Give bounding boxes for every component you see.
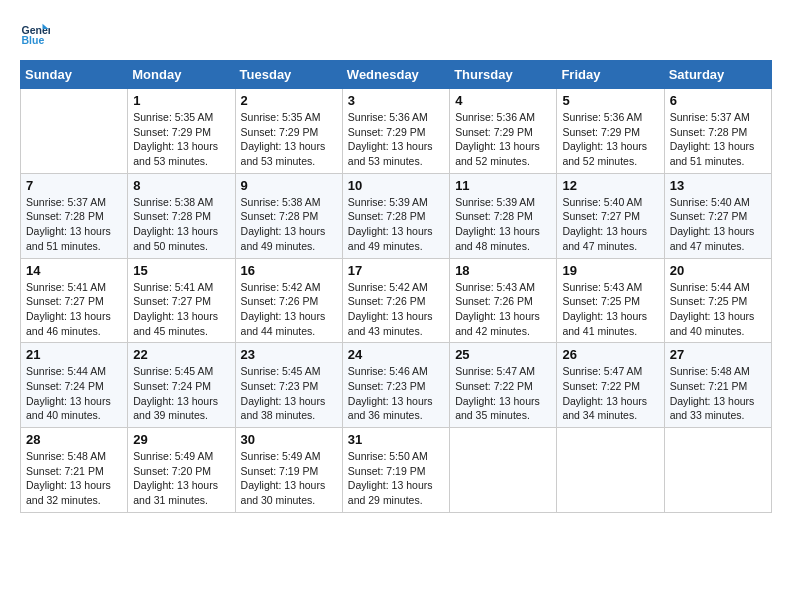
calendar-cell: 9Sunrise: 5:38 AMSunset: 7:28 PMDaylight… xyxy=(235,173,342,258)
day-number: 2 xyxy=(241,93,337,108)
logo: General Blue xyxy=(20,20,56,50)
day-number: 28 xyxy=(26,432,122,447)
week-row-0: 1Sunrise: 5:35 AMSunset: 7:29 PMDaylight… xyxy=(21,89,772,174)
calendar-cell xyxy=(557,428,664,513)
header-thursday: Thursday xyxy=(450,61,557,89)
cell-info: Sunrise: 5:37 AMSunset: 7:28 PMDaylight:… xyxy=(670,110,766,169)
cell-info: Sunrise: 5:47 AMSunset: 7:22 PMDaylight:… xyxy=(562,364,658,423)
cell-info: Sunrise: 5:36 AMSunset: 7:29 PMDaylight:… xyxy=(562,110,658,169)
day-number: 20 xyxy=(670,263,766,278)
week-row-3: 21Sunrise: 5:44 AMSunset: 7:24 PMDayligh… xyxy=(21,343,772,428)
week-row-4: 28Sunrise: 5:48 AMSunset: 7:21 PMDayligh… xyxy=(21,428,772,513)
calendar-cell: 6Sunrise: 5:37 AMSunset: 7:28 PMDaylight… xyxy=(664,89,771,174)
cell-info: Sunrise: 5:47 AMSunset: 7:22 PMDaylight:… xyxy=(455,364,551,423)
cell-info: Sunrise: 5:38 AMSunset: 7:28 PMDaylight:… xyxy=(241,195,337,254)
calendar-cell: 18Sunrise: 5:43 AMSunset: 7:26 PMDayligh… xyxy=(450,258,557,343)
cell-info: Sunrise: 5:37 AMSunset: 7:28 PMDaylight:… xyxy=(26,195,122,254)
calendar-table: SundayMondayTuesdayWednesdayThursdayFrid… xyxy=(20,60,772,513)
logo-icon: General Blue xyxy=(20,20,50,50)
calendar-cell: 25Sunrise: 5:47 AMSunset: 7:22 PMDayligh… xyxy=(450,343,557,428)
cell-info: Sunrise: 5:42 AMSunset: 7:26 PMDaylight:… xyxy=(241,280,337,339)
day-number: 10 xyxy=(348,178,444,193)
calendar-cell: 29Sunrise: 5:49 AMSunset: 7:20 PMDayligh… xyxy=(128,428,235,513)
cell-info: Sunrise: 5:41 AMSunset: 7:27 PMDaylight:… xyxy=(26,280,122,339)
calendar-cell: 24Sunrise: 5:46 AMSunset: 7:23 PMDayligh… xyxy=(342,343,449,428)
calendar-cell: 26Sunrise: 5:47 AMSunset: 7:22 PMDayligh… xyxy=(557,343,664,428)
day-number: 16 xyxy=(241,263,337,278)
header-sunday: Sunday xyxy=(21,61,128,89)
cell-info: Sunrise: 5:43 AMSunset: 7:26 PMDaylight:… xyxy=(455,280,551,339)
calendar-cell: 17Sunrise: 5:42 AMSunset: 7:26 PMDayligh… xyxy=(342,258,449,343)
day-number: 4 xyxy=(455,93,551,108)
cell-info: Sunrise: 5:39 AMSunset: 7:28 PMDaylight:… xyxy=(348,195,444,254)
day-number: 1 xyxy=(133,93,229,108)
day-number: 7 xyxy=(26,178,122,193)
cell-info: Sunrise: 5:48 AMSunset: 7:21 PMDaylight:… xyxy=(670,364,766,423)
header-wednesday: Wednesday xyxy=(342,61,449,89)
calendar-cell: 27Sunrise: 5:48 AMSunset: 7:21 PMDayligh… xyxy=(664,343,771,428)
day-number: 22 xyxy=(133,347,229,362)
day-number: 21 xyxy=(26,347,122,362)
cell-info: Sunrise: 5:41 AMSunset: 7:27 PMDaylight:… xyxy=(133,280,229,339)
day-number: 26 xyxy=(562,347,658,362)
cell-info: Sunrise: 5:49 AMSunset: 7:19 PMDaylight:… xyxy=(241,449,337,508)
calendar-cell xyxy=(664,428,771,513)
page-header: General Blue xyxy=(20,20,772,50)
calendar-cell: 31Sunrise: 5:50 AMSunset: 7:19 PMDayligh… xyxy=(342,428,449,513)
calendar-cell: 20Sunrise: 5:44 AMSunset: 7:25 PMDayligh… xyxy=(664,258,771,343)
day-number: 6 xyxy=(670,93,766,108)
calendar-cell: 30Sunrise: 5:49 AMSunset: 7:19 PMDayligh… xyxy=(235,428,342,513)
day-number: 14 xyxy=(26,263,122,278)
calendar-cell: 2Sunrise: 5:35 AMSunset: 7:29 PMDaylight… xyxy=(235,89,342,174)
calendar-cell: 7Sunrise: 5:37 AMSunset: 7:28 PMDaylight… xyxy=(21,173,128,258)
day-number: 8 xyxy=(133,178,229,193)
header-saturday: Saturday xyxy=(664,61,771,89)
calendar-cell: 10Sunrise: 5:39 AMSunset: 7:28 PMDayligh… xyxy=(342,173,449,258)
day-number: 12 xyxy=(562,178,658,193)
day-number: 15 xyxy=(133,263,229,278)
calendar-cell: 5Sunrise: 5:36 AMSunset: 7:29 PMDaylight… xyxy=(557,89,664,174)
cell-info: Sunrise: 5:40 AMSunset: 7:27 PMDaylight:… xyxy=(562,195,658,254)
cell-info: Sunrise: 5:36 AMSunset: 7:29 PMDaylight:… xyxy=(348,110,444,169)
day-number: 9 xyxy=(241,178,337,193)
calendar-cell: 12Sunrise: 5:40 AMSunset: 7:27 PMDayligh… xyxy=(557,173,664,258)
day-number: 3 xyxy=(348,93,444,108)
week-row-2: 14Sunrise: 5:41 AMSunset: 7:27 PMDayligh… xyxy=(21,258,772,343)
day-number: 11 xyxy=(455,178,551,193)
calendar-cell: 1Sunrise: 5:35 AMSunset: 7:29 PMDaylight… xyxy=(128,89,235,174)
day-number: 18 xyxy=(455,263,551,278)
calendar-cell: 8Sunrise: 5:38 AMSunset: 7:28 PMDaylight… xyxy=(128,173,235,258)
header-friday: Friday xyxy=(557,61,664,89)
cell-info: Sunrise: 5:45 AMSunset: 7:24 PMDaylight:… xyxy=(133,364,229,423)
calendar-cell: 14Sunrise: 5:41 AMSunset: 7:27 PMDayligh… xyxy=(21,258,128,343)
calendar-cell: 3Sunrise: 5:36 AMSunset: 7:29 PMDaylight… xyxy=(342,89,449,174)
day-number: 30 xyxy=(241,432,337,447)
cell-info: Sunrise: 5:36 AMSunset: 7:29 PMDaylight:… xyxy=(455,110,551,169)
cell-info: Sunrise: 5:46 AMSunset: 7:23 PMDaylight:… xyxy=(348,364,444,423)
day-number: 5 xyxy=(562,93,658,108)
cell-info: Sunrise: 5:43 AMSunset: 7:25 PMDaylight:… xyxy=(562,280,658,339)
day-number: 29 xyxy=(133,432,229,447)
day-number: 17 xyxy=(348,263,444,278)
cell-info: Sunrise: 5:44 AMSunset: 7:24 PMDaylight:… xyxy=(26,364,122,423)
day-number: 31 xyxy=(348,432,444,447)
calendar-cell: 22Sunrise: 5:45 AMSunset: 7:24 PMDayligh… xyxy=(128,343,235,428)
cell-info: Sunrise: 5:44 AMSunset: 7:25 PMDaylight:… xyxy=(670,280,766,339)
cell-info: Sunrise: 5:40 AMSunset: 7:27 PMDaylight:… xyxy=(670,195,766,254)
calendar-cell: 19Sunrise: 5:43 AMSunset: 7:25 PMDayligh… xyxy=(557,258,664,343)
calendar-header-row: SundayMondayTuesdayWednesdayThursdayFrid… xyxy=(21,61,772,89)
calendar-cell: 28Sunrise: 5:48 AMSunset: 7:21 PMDayligh… xyxy=(21,428,128,513)
cell-info: Sunrise: 5:35 AMSunset: 7:29 PMDaylight:… xyxy=(133,110,229,169)
cell-info: Sunrise: 5:38 AMSunset: 7:28 PMDaylight:… xyxy=(133,195,229,254)
week-row-1: 7Sunrise: 5:37 AMSunset: 7:28 PMDaylight… xyxy=(21,173,772,258)
day-number: 19 xyxy=(562,263,658,278)
cell-info: Sunrise: 5:45 AMSunset: 7:23 PMDaylight:… xyxy=(241,364,337,423)
header-tuesday: Tuesday xyxy=(235,61,342,89)
calendar-cell: 15Sunrise: 5:41 AMSunset: 7:27 PMDayligh… xyxy=(128,258,235,343)
day-number: 13 xyxy=(670,178,766,193)
cell-info: Sunrise: 5:50 AMSunset: 7:19 PMDaylight:… xyxy=(348,449,444,508)
calendar-cell: 13Sunrise: 5:40 AMSunset: 7:27 PMDayligh… xyxy=(664,173,771,258)
header-monday: Monday xyxy=(128,61,235,89)
svg-text:Blue: Blue xyxy=(22,34,45,46)
calendar-cell xyxy=(450,428,557,513)
